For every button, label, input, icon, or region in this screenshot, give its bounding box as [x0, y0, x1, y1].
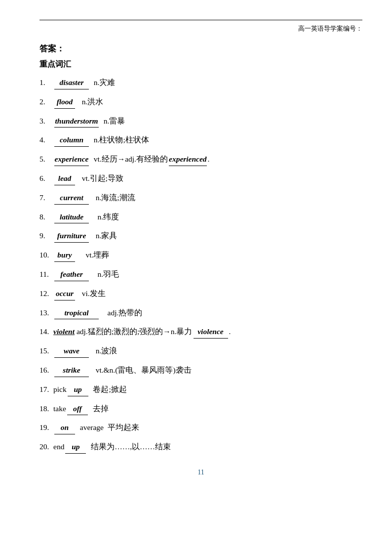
blank-word: up [65, 441, 86, 454]
blank-word: strike [54, 364, 89, 377]
blank-word: wave [54, 345, 89, 358]
item-number: 13. [39, 307, 53, 319]
definition-text: vt.&n.(雷电、暴风雨等)袭击 [90, 364, 192, 377]
list-item: 11. feather n.羽毛 [39, 268, 362, 281]
page: 高一英语导学案编号： 答案： 重点词汇 1. disaster n.灾难 2. … [0, 0, 392, 555]
definition-text: 卷起;掀起 [89, 384, 127, 396]
answer-title: 答案： [39, 43, 362, 54]
header-line [39, 20, 362, 20]
blank-word: column [54, 134, 89, 147]
blank-word: occur [54, 288, 75, 300]
item-number: 15. [39, 345, 53, 357]
blank-word: latitude [54, 211, 89, 224]
period: . [208, 153, 210, 166]
blank-word: lead [54, 172, 75, 185]
list-item: 18. take off 去掉 [39, 403, 362, 416]
item-number: 3. [39, 115, 53, 128]
definition-text: adj.猛烈的;激烈的;强烈的→n.暴力 [75, 326, 192, 338]
definition-text: n.洪水 [76, 96, 103, 108]
definition-text: vt.埋葬 [76, 249, 109, 261]
item-number: 17. [39, 384, 53, 396]
blank-word: experience [54, 153, 89, 166]
item-number: 16. [39, 364, 53, 377]
item-number: 7. [39, 192, 53, 204]
list-item: 19. on average 平均起来 [39, 422, 362, 434]
item-number: 6. [39, 172, 53, 185]
list-item: 13. tropical adj.热带的 [39, 307, 362, 320]
header-label: 高一英语导学案编号： [39, 24, 362, 33]
definition-text: vt.引起;导致 [76, 172, 123, 185]
period: . [229, 326, 231, 338]
blank-word: disaster [54, 77, 89, 89]
list-item: 17. pick up 卷起;掀起 [39, 384, 362, 396]
item-number: 19. [39, 422, 53, 434]
blank-word: tropical [54, 307, 99, 320]
item-number: 18. [39, 403, 53, 415]
item-number: 8. [39, 211, 53, 223]
list-item: 5. experience vt.经历→adj.有经验的 experienced… [39, 153, 362, 166]
item-number: 1. [39, 77, 53, 89]
definition-text: adj.热带的 [100, 307, 142, 319]
definition-text: n.灾难 [90, 77, 115, 89]
definition-text: 去掉 [89, 403, 109, 415]
bold-underline-word: violent [53, 326, 75, 338]
blank-word-2: experienced [169, 153, 207, 166]
list-item: 7. current n.海流;潮流 [39, 192, 362, 205]
list-item: 10. bury vt.埋葬 [39, 249, 362, 262]
list-item: 9. furniture n.家具 [39, 230, 362, 243]
definition-text: n.海流;潮流 [90, 192, 135, 204]
page-number: 11 [39, 469, 362, 476]
prefix-text: pick [53, 384, 67, 396]
item-number: 10. [39, 249, 53, 261]
item-number: 2. [39, 96, 53, 108]
definition-text: n.柱状物;柱状体 [90, 134, 149, 146]
blank-word: flood [54, 96, 75, 109]
definition-text: 结果为……,以……结束 [87, 441, 171, 453]
item-number: 4. [39, 134, 53, 146]
list-item: 2. flood n.洪水 [39, 96, 362, 109]
list-item: 20. end up 结果为……,以……结束 [39, 441, 362, 454]
definition-text: n.家具 [90, 230, 117, 242]
prefix-text: end [53, 441, 64, 453]
blank-word: bury [54, 249, 75, 262]
definition-text: n.波浪 [90, 345, 117, 357]
definition-text: vt.经历→adj.有经验的 [90, 153, 168, 166]
item-number: 11. [39, 268, 53, 281]
blank-word: violence [194, 326, 228, 339]
item-number: 5. [39, 153, 53, 166]
item-number: 9. [39, 230, 53, 242]
blank-word: current [54, 192, 89, 205]
list-item: 16. strike vt.&n.(雷电、暴风雨等)袭击 [39, 364, 362, 377]
definition-text: vi.发生 [76, 288, 106, 300]
suffix-text: average 平均起来 [76, 422, 139, 434]
blank-word: on [54, 422, 75, 434]
list-item: 3. thunderstorm n.雷暴 [39, 115, 362, 128]
list-item: 8. latitude n.纬度 [39, 211, 362, 224]
prefix-text: take [53, 403, 66, 415]
definition-text: n.纬度 [90, 211, 119, 223]
list-item: 6. lead vt.引起;导致 [39, 172, 362, 185]
blank-word: up [68, 384, 88, 396]
blank-word: thunderstorm [54, 115, 99, 128]
list-item: 14. violent adj.猛烈的;激烈的;强烈的→n.暴力 violenc… [39, 326, 362, 339]
item-number: 14. [39, 326, 53, 338]
blank-word: furniture [54, 230, 89, 243]
blank-word: feather [54, 268, 89, 281]
item-number: 20. [39, 441, 53, 453]
vocab-title: 重点词汇 [39, 59, 362, 70]
item-number: 12. [39, 288, 53, 300]
list-item: 1. disaster n.灾难 [39, 77, 362, 89]
definition-text: n.羽毛 [90, 268, 119, 281]
blank-word: off [67, 403, 88, 416]
list-item: 4. column n.柱状物;柱状体 [39, 134, 362, 147]
list-item: 12. occur vi.发生 [39, 288, 362, 300]
definition-text: n.雷暴 [100, 115, 125, 128]
list-item: 15. wave n.波浪 [39, 345, 362, 358]
